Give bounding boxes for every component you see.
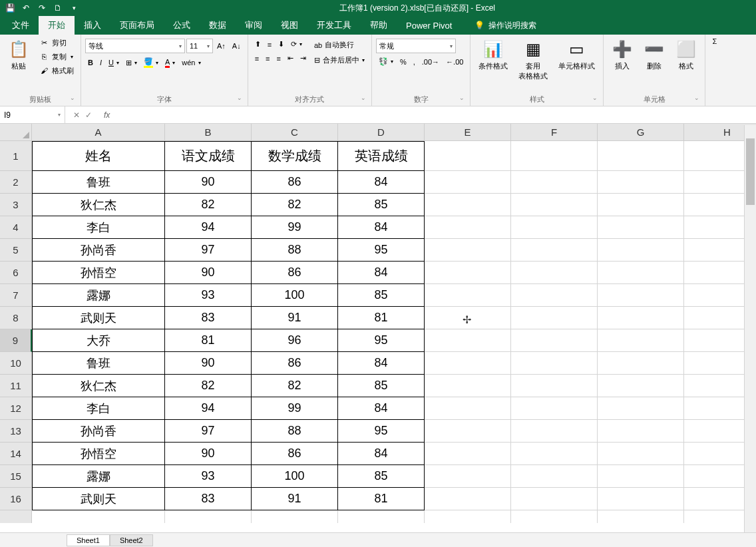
underline-button[interactable]: U▾ xyxy=(106,57,122,68)
tell-me-search[interactable]: 💡 操作说明搜索 xyxy=(474,16,536,35)
cell-E6[interactable] xyxy=(425,262,511,284)
cell-C2[interactable]: 86 xyxy=(252,171,338,194)
merge-center-button[interactable]: ⊟合并后居中▾ xyxy=(311,54,367,67)
cell-A5[interactable]: 孙尚香 xyxy=(32,239,165,262)
row-header-10[interactable]: 10 xyxy=(0,352,32,375)
cell-D4[interactable]: 84 xyxy=(338,216,425,239)
cell-E9[interactable] xyxy=(425,329,511,352)
name-box[interactable]: I9 ▾ xyxy=(0,106,65,123)
row-header-13[interactable]: 13 xyxy=(0,420,32,443)
sheet-tab-1[interactable]: Sheet1 xyxy=(67,534,110,546)
col-header-D[interactable]: D xyxy=(338,124,425,141)
cell-G4[interactable] xyxy=(598,216,684,239)
align-middle-button[interactable]: ≡ xyxy=(265,39,274,50)
cell-F15[interactable] xyxy=(511,465,598,488)
row-header-16[interactable]: 16 xyxy=(0,488,32,510)
cell-E14[interactable] xyxy=(425,443,511,465)
phonetic-button[interactable]: wén▾ xyxy=(179,57,203,68)
tab-developer[interactable]: 开发工具 xyxy=(307,16,361,35)
row-header-3[interactable]: 3 xyxy=(0,194,32,216)
cell-G15[interactable] xyxy=(598,465,684,488)
cell-F10[interactable] xyxy=(511,352,598,375)
align-left-button[interactable]: ≡ xyxy=(252,53,262,64)
cell-D6[interactable]: 84 xyxy=(338,262,425,284)
cell-C5[interactable]: 88 xyxy=(252,239,338,262)
cell-A13[interactable]: 孙尚香 xyxy=(32,420,165,443)
cell-D17[interactable] xyxy=(338,510,425,523)
row-header-9[interactable]: 9 xyxy=(0,329,32,352)
cell-D16[interactable]: 81 xyxy=(338,488,425,510)
cell-F4[interactable] xyxy=(511,216,598,239)
cell-B1[interactable]: 语文成绩 xyxy=(165,141,252,171)
col-header-C[interactable]: C xyxy=(252,124,338,141)
cell-F8[interactable] xyxy=(511,307,598,329)
cell-D13[interactable]: 95 xyxy=(338,420,425,443)
cell-F14[interactable] xyxy=(511,443,598,465)
number-format-combo[interactable]: 常规▾ xyxy=(376,39,456,53)
cell-B14[interactable]: 90 xyxy=(165,443,252,465)
currency-button[interactable]: 💱▾ xyxy=(376,56,396,67)
cell-D2[interactable]: 84 xyxy=(338,171,425,194)
format-painter-button[interactable]: 🖌格式刷 xyxy=(36,64,77,77)
cell-E16[interactable] xyxy=(425,488,511,510)
select-all-corner[interactable] xyxy=(0,124,32,141)
cell-G9[interactable] xyxy=(598,329,684,352)
cell-B13[interactable]: 97 xyxy=(165,420,252,443)
cell-F7[interactable] xyxy=(511,284,598,307)
cell-D12[interactable]: 84 xyxy=(338,397,425,420)
cell-B17[interactable] xyxy=(165,510,252,523)
row-header-17[interactable] xyxy=(0,510,32,523)
autosum-button[interactable]: Σ xyxy=(709,36,719,47)
cell-G5[interactable] xyxy=(598,239,684,262)
cell-B8[interactable]: 83 xyxy=(165,307,252,329)
cell-D11[interactable]: 85 xyxy=(338,375,425,397)
col-header-F[interactable]: F xyxy=(511,124,598,141)
row-header-12[interactable]: 12 xyxy=(0,397,32,420)
tab-data[interactable]: 数据 xyxy=(200,16,236,35)
cell-C12[interactable]: 99 xyxy=(252,397,338,420)
cell-A11[interactable]: 狄仁杰 xyxy=(32,375,165,397)
cell-B6[interactable]: 90 xyxy=(165,262,252,284)
row-header-14[interactable]: 14 xyxy=(0,443,32,465)
comma-button[interactable]: , xyxy=(411,57,418,67)
delete-cells-button[interactable]: ➖删除 xyxy=(640,36,669,74)
row-header-7[interactable]: 7 xyxy=(0,284,32,307)
decrease-decimal-button[interactable]: ←.00 xyxy=(443,57,466,67)
cell-F6[interactable] xyxy=(511,262,598,284)
cell-C13[interactable]: 88 xyxy=(252,420,338,443)
sheet-tab-2[interactable]: Sheet2 xyxy=(110,534,153,546)
cell-E3[interactable] xyxy=(425,194,511,216)
cell-G7[interactable] xyxy=(598,284,684,307)
format-cells-button[interactable]: ⬜格式 xyxy=(671,36,701,74)
cell-C6[interactable]: 86 xyxy=(252,262,338,284)
preview-icon[interactable]: 🗋 xyxy=(51,1,65,15)
wrap-text-button[interactable]: ab自动换行 xyxy=(311,39,367,51)
cell-A14[interactable]: 孙悟空 xyxy=(32,443,165,465)
cell-A7[interactable]: 露娜 xyxy=(32,284,165,307)
cell-C17[interactable] xyxy=(252,510,338,523)
cell-B3[interactable]: 82 xyxy=(165,194,252,216)
cell-F16[interactable] xyxy=(511,488,598,510)
cell-E10[interactable] xyxy=(425,352,511,375)
row-header-1[interactable]: 1 xyxy=(0,141,32,171)
cell-F2[interactable] xyxy=(511,171,598,194)
scrollbar-thumb[interactable] xyxy=(746,138,755,205)
cell-A17[interactable] xyxy=(32,510,165,523)
cell-B10[interactable]: 90 xyxy=(165,352,252,375)
tab-layout[interactable]: 页面布局 xyxy=(110,16,164,35)
cell-C8[interactable]: 91 xyxy=(252,307,338,329)
cell-B11[interactable]: 82 xyxy=(165,375,252,397)
cell-B15[interactable]: 93 xyxy=(165,465,252,488)
formula-input[interactable] xyxy=(114,106,756,123)
cell-G14[interactable] xyxy=(598,443,684,465)
row-header-8[interactable]: 8 xyxy=(0,307,32,329)
cell-F3[interactable] xyxy=(511,194,598,216)
col-header-B[interactable]: B xyxy=(165,124,252,141)
cell-B12[interactable]: 94 xyxy=(165,397,252,420)
cell-G16[interactable] xyxy=(598,488,684,510)
cell-A10[interactable]: 鲁班 xyxy=(32,352,165,375)
align-top-button[interactable]: ⬆ xyxy=(252,39,264,50)
cell-F5[interactable] xyxy=(511,239,598,262)
cell-D15[interactable]: 85 xyxy=(338,465,425,488)
tab-insert[interactable]: 插入 xyxy=(75,16,110,35)
